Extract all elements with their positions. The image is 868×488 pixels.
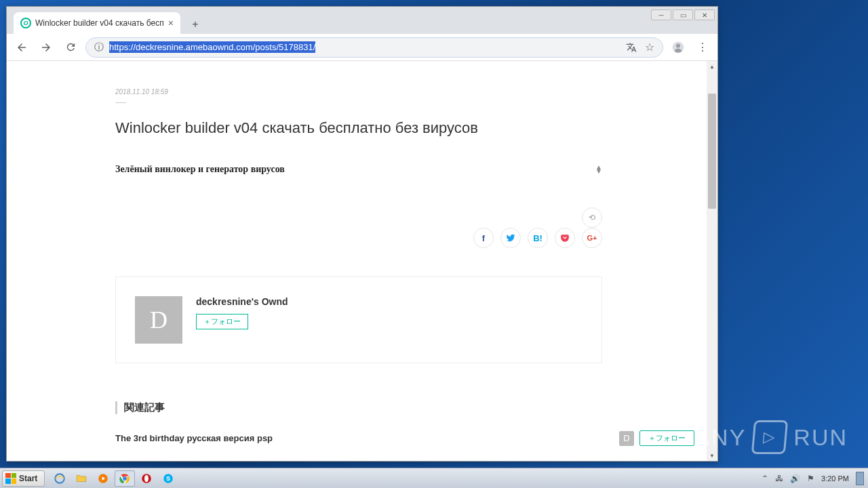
scroll-down-arrow[interactable]: ▼ [707,450,717,461]
float-follow-button[interactable]: ＋フォロー [639,430,694,446]
url-bar[interactable]: ⓘ https://deckresnine.amebaownd.com/post… [85,37,663,58]
favicon-icon: O [20,18,31,28]
browser-window: ─ ▭ ✕ O Winlocker builder v04 скачать бе… [6,6,718,462]
new-tab-button[interactable]: + [186,15,205,34]
site-info-icon[interactable]: ⓘ [94,41,104,54]
scroll-up-arrow[interactable]: ▲ [707,61,717,72]
profile-button[interactable] [669,38,688,57]
author-avatar: D [135,296,182,344]
divider [115,102,126,103]
clock[interactable]: 3:20 PM [821,474,849,483]
window-controls: ─ ▭ ✕ [651,9,715,20]
float-avatar: D [619,431,634,446]
pocket-share-button[interactable] [555,228,575,248]
post-title: Winlocker builder v04 скачать бесплатно … [115,119,602,137]
back-button[interactable] [12,38,31,57]
star-icon[interactable]: ☆ [645,41,654,54]
start-button[interactable]: Start [2,470,45,487]
svg-point-2 [56,474,65,483]
tab-close-button[interactable]: × [168,18,174,28]
maximize-button[interactable]: ▭ [673,9,693,20]
translate-icon[interactable] [626,42,637,53]
follow-button[interactable]: ＋フォロー [196,314,248,329]
facebook-share-button[interactable]: f [473,228,494,248]
taskbar-ie[interactable] [50,470,70,487]
minimize-button[interactable]: ─ [651,9,671,20]
scrollbar[interactable]: ▲ ▼ [707,61,717,461]
close-window-button[interactable]: ✕ [694,9,715,20]
post-date: 2018.11.10 18:59 [115,88,602,96]
taskbar-chrome[interactable] [115,470,135,487]
svg-point-7 [144,474,149,482]
url-text: https://deckresnine.amebaownd.com/posts/… [109,42,620,52]
taskbar-media[interactable] [93,470,113,487]
play-icon: ▷ [751,420,788,454]
menu-button[interactable]: ⋮ [693,38,712,57]
show-desktop-button[interactable] [856,472,864,485]
twitter-share-button[interactable] [500,228,521,248]
related-section: 関連記事 The 3rd birthday русская версия psp [115,401,602,443]
tray-flag-icon[interactable]: ⚑ [807,474,814,483]
windows-logo-icon [5,473,16,484]
tray-volume-icon[interactable]: 🔊 [790,474,800,483]
taskbar: Start S ⌃ 🖧 🔊 ⚑ 3:20 PM [0,468,868,488]
post-subtitle: Зелёный винлокер и генератор вирусов [115,164,285,175]
scrollbar-thumb[interactable] [708,94,716,209]
content-area: 2018.11.10 18:59 Winlocker builder v04 с… [7,61,717,461]
reblog-icon: ⟲ [589,213,595,222]
tray-expand-icon[interactable]: ⌃ [762,474,768,483]
author-name: deckresnine's Ownd [196,296,288,307]
system-tray: ⌃ 🖧 🔊 ⚑ 3:20 PM [762,472,868,485]
svg-point-5 [123,476,127,481]
tray-network-icon[interactable]: 🖧 [775,474,783,483]
svg-point-1 [676,43,680,47]
floating-follow-widget: D ＋フォロー [619,430,694,446]
taskbar-explorer[interactable] [71,470,92,487]
taskbar-opera[interactable] [136,470,157,487]
sort-icon[interactable]: ▲▼ [595,165,602,174]
hatena-share-button[interactable]: B! [528,228,548,248]
reload-button[interactable] [61,38,80,57]
related-link[interactable]: The 3rd birthday русская версия psp [115,433,602,443]
googleplus-share-button[interactable]: G+ [582,228,602,248]
reblog-button[interactable]: ⟲ [582,207,602,228]
svg-text:S: S [166,475,170,482]
tab-title: Winlocker builder v04 скачать бесп [35,18,164,28]
share-row: f B! G+ [115,228,602,248]
taskbar-skype[interactable]: S [158,470,178,487]
browser-tab[interactable]: O Winlocker builder v04 скачать бесп × [14,12,180,34]
tab-bar: O Winlocker builder v04 скачать бесп × + [7,7,717,34]
forward-button[interactable] [37,38,56,57]
author-box: D deckresnine's Ownd ＋フォロー [115,277,602,363]
address-bar: ⓘ https://deckresnine.amebaownd.com/post… [7,34,717,61]
related-heading: 関連記事 [115,401,602,414]
